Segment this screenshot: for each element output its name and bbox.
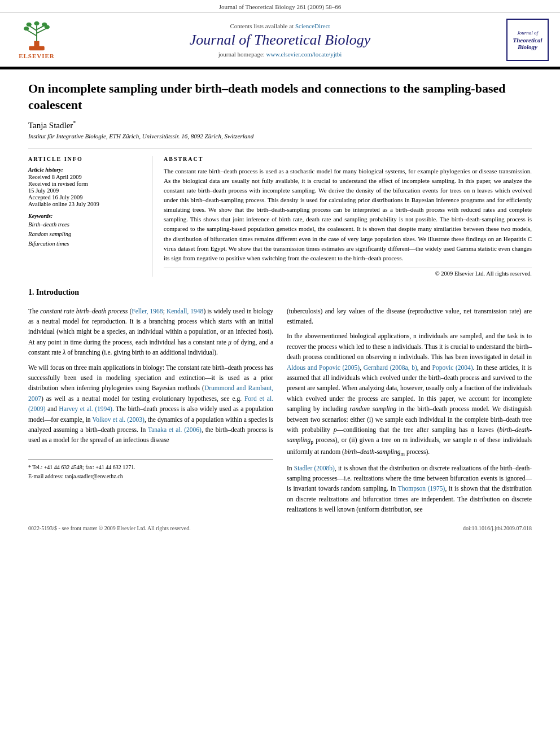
intro-columns: The constant rate birth–death process (F… — [28, 306, 532, 519]
intro-col-left: The constant rate birth–death process (F… — [28, 306, 273, 519]
affiliation: Institut für Integrative Biologie, ETH Z… — [28, 133, 532, 139]
elsevier-tree-icon — [17, 20, 56, 51]
doi-text: doi:10.1016/j.jtbi.2009.07.018 — [463, 525, 532, 531]
issn-text: 0022-5193/$ - see front matter © 2009 El… — [28, 525, 191, 531]
svg-line-2 — [27, 30, 37, 36]
svg-point-6 — [24, 27, 29, 30]
accepted-date: Accepted 16 July 2009 — [28, 194, 143, 200]
ref-kendall[interactable]: Kendall, 1948 — [167, 308, 203, 314]
elsevier-label: ELSEVIER — [19, 53, 55, 59]
journal-logo-box: Journal of TheoreticalBiology — [498, 19, 549, 61]
history-label: Article history: — [28, 167, 143, 173]
online-date: Available online 23 July 2009 — [28, 201, 143, 207]
received-date: Received 8 April 2009 — [28, 174, 143, 180]
main-content: On incomplete sampling under birth–death… — [0, 69, 560, 543]
contents-available: Contents lists available at ScienceDirec… — [62, 23, 498, 29]
copyright: © 2009 Elsevier Ltd. All rights reserved… — [164, 268, 532, 277]
intro-col-right: (tuberculosis) and key values of the dis… — [287, 306, 532, 519]
ref-harvey[interactable]: Harvey et al. (1994) — [59, 405, 112, 412]
intro-col2-p3: In Stadler (2008b), it is shown that the… — [287, 463, 532, 515]
journal-header: ELSEVIER Contents lists available at Sci… — [0, 13, 560, 68]
info-abstract-section: ARTICLE INFO Article history: Received 8… — [28, 148, 532, 276]
abstract-heading: ABSTRACT — [164, 156, 532, 162]
article-info: ARTICLE INFO Article history: Received 8… — [28, 156, 152, 276]
history-group: Article history: Received 8 April 2009 R… — [28, 167, 143, 207]
elsevier-logo: ELSEVIER — [11, 20, 62, 59]
ref-gernhard[interactable]: Gernhard (2008a, b) — [364, 364, 417, 371]
journal-reference: Journal of Theoretical Biology 261 (2009… — [0, 0, 560, 13]
bottom-bar: 0022-5193/$ - see front matter © 2009 El… — [28, 525, 532, 531]
intro-heading: 1. Introduction — [28, 288, 532, 297]
ref-tanaka[interactable]: Tanaka et al. (2006) — [148, 426, 202, 433]
abstract-section: ABSTRACT The constant rate birth–death p… — [164, 156, 532, 276]
abstract-text: The constant rate birth–death process is… — [164, 167, 532, 263]
keywords-list: Birth–death treesRandom samplingBifurcat… — [28, 220, 143, 248]
ref-stadler[interactable]: Stadler (2008b) — [294, 465, 335, 471]
svg-point-10 — [34, 21, 39, 25]
sciencedirect-link[interactable]: ScienceDirect — [295, 23, 330, 29]
ref-feller[interactable]: Feller, 1968 — [132, 308, 163, 314]
revised-label: Received in revised form — [28, 181, 143, 187]
svg-point-8 — [27, 23, 32, 27]
footnote-tel: * Tel.: +41 44 632 4548; fax: +41 44 632… — [28, 463, 273, 472]
svg-point-9 — [42, 23, 47, 27]
author-name: Tanja Stadler* — [28, 120, 532, 130]
intro-col2-p1: (tuberculosis) and key values of the dis… — [287, 306, 532, 327]
ref-thompson[interactable]: Thompson (1975) — [398, 485, 445, 492]
article-title: On incomplete sampling under birth–death… — [28, 81, 532, 113]
journal-ref-text: Journal of Theoretical Biology 261 (2009… — [219, 3, 342, 10]
ref-popovic[interactable]: Popovic (2004) — [432, 364, 473, 371]
ref-volkov[interactable]: Volkov et al. (2003) — [93, 416, 145, 423]
introduction-section: 1. Introduction The constant rate birth–… — [28, 288, 532, 519]
journal-logo-title: TheoreticalBiology — [513, 37, 542, 50]
header-center: Contents lists available at ScienceDirec… — [62, 23, 498, 58]
intro-col2-p2: In the abovementioned biological applica… — [287, 331, 532, 458]
svg-rect-11 — [29, 46, 45, 50]
intro-p2: We will focus on three main applications… — [28, 362, 273, 445]
homepage-link[interactable]: www.elsevier.com/locate/yjtbi — [266, 51, 342, 58]
journal-logo: Journal of TheoreticalBiology — [506, 19, 549, 61]
ref-drummond[interactable]: Drummond and Rambaut, 2007 — [28, 385, 273, 401]
article-info-heading: ARTICLE INFO — [28, 156, 143, 162]
keywords-label: Keywords: — [28, 213, 143, 219]
keywords-group: Keywords: Birth–death treesRandom sampli… — [28, 213, 143, 248]
journal-homepage: journal homepage: www.elsevier.com/locat… — [62, 51, 498, 58]
ref-aldous[interactable]: Aldous and Popovic (2005) — [287, 364, 360, 371]
intro-p1: The constant rate birth–death process (F… — [28, 306, 273, 358]
journal-logo-text: Journal of — [517, 29, 538, 37]
revised-date: 15 July 2009 — [28, 187, 143, 194]
footnote-email: E-mail address: tanja.stadler@env.ethz.c… — [28, 472, 273, 481]
footnote-area: * Tel.: +41 44 632 4548; fax: +41 44 632… — [28, 459, 273, 481]
journal-title: Journal of Theoretical Biology — [62, 32, 498, 49]
